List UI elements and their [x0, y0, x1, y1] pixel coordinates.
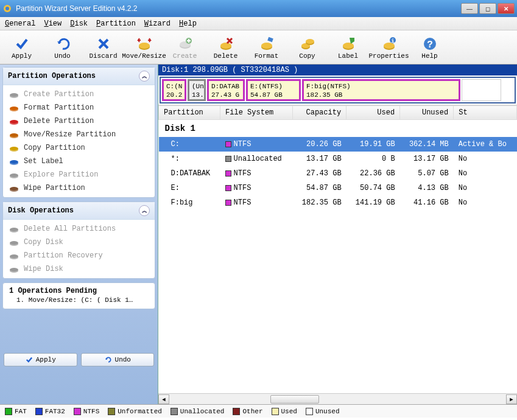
toolbar-moveresize-button[interactable]: Move/Resize	[127, 35, 161, 60]
disk-map[interactable]: C:(N20.2(Un13.D:DATAB27.43 GE:(NTFS)54.8…	[160, 77, 516, 103]
disk-label[interactable]: Disk 1	[159, 120, 517, 138]
svg-point-47	[10, 268, 18, 271]
disk-icon	[9, 90, 19, 99]
col-header[interactable]: Used	[346, 106, 400, 120]
toolbar-delete-button[interactable]: Delete	[209, 35, 242, 60]
toolbar-undo-button[interactable]: Undo	[46, 35, 79, 60]
toolbar-label-button[interactable]: Label	[331, 35, 365, 60]
col-header[interactable]: Unused	[400, 106, 454, 120]
cell-unused: 41.16 GB	[400, 195, 454, 210]
svg-point-45	[10, 254, 18, 258]
legend-swatch	[272, 408, 279, 415]
fs-color-icon	[225, 156, 231, 162]
pending-item[interactable]: 1. Move/Resize: (C: ( Disk 1…	[9, 295, 149, 305]
col-header[interactable]: Partition	[159, 106, 220, 120]
toolbar-help-button[interactable]: ?Help	[413, 35, 446, 60]
legend-item: NTFS	[74, 408, 99, 415]
svg-point-29	[10, 120, 18, 124]
menu-disk[interactable]: Disk	[70, 19, 88, 28]
op-move-resize-partition[interactable]: Move/Resize Partition	[3, 128, 155, 141]
legend-label: Other	[242, 408, 262, 415]
menu-help[interactable]: Help	[179, 19, 197, 28]
table-row[interactable]: *:Unallocated13.17 GB0 B13.17 GBNo	[159, 152, 517, 166]
toolbar-discard-button[interactable]: Discard	[86, 35, 120, 60]
svg-point-35	[10, 160, 18, 164]
table-row[interactable]: D:DATABAKNTFS27.43 GB22.36 GB5.07 GBNo	[159, 166, 517, 181]
scroll-track[interactable]	[169, 394, 506, 404]
legend-item: Unallocated	[171, 408, 225, 415]
col-header[interactable]: Capacity	[293, 106, 346, 120]
legend-label: Unused	[315, 408, 340, 415]
disk-icon	[9, 117, 19, 125]
cell-filesystem: NTFS	[220, 195, 293, 210]
svg-point-1	[5, 7, 9, 10]
op-copy-partition[interactable]: Copy Partition	[3, 141, 155, 155]
collapse-icon[interactable]: ︽	[139, 205, 150, 216]
svg-text:?: ?	[427, 40, 433, 51]
close-button[interactable]: ✕	[498, 3, 515, 14]
op-label: Wipe Partition	[24, 184, 85, 192]
cell-used: 50.74 GB	[346, 181, 400, 195]
diskmap-block[interactable]: (Un13.	[188, 79, 206, 101]
cell-capacity: 182.35 GB	[293, 195, 346, 210]
app-icon	[2, 4, 12, 13]
delete-icon	[217, 35, 234, 52]
fs-color-icon	[225, 170, 231, 177]
toolbar-copy-button[interactable]: Copy	[290, 35, 324, 60]
menu-view[interactable]: View	[44, 19, 62, 28]
diskmap-block[interactable]: D:DATAB27.43 G	[207, 79, 245, 101]
diskmap-block[interactable]	[462, 79, 501, 101]
menu-wizard[interactable]: Wizard	[144, 19, 171, 28]
label-icon	[340, 35, 357, 52]
minimize-button[interactable]: —	[461, 3, 478, 14]
op-label: Partition Recovery	[24, 251, 103, 260]
op-delete-partition[interactable]: Delete Partition	[3, 114, 155, 128]
table-row[interactable]: C:NTFS20.26 GB19.91 GB362.14 MBActive & …	[159, 137, 517, 152]
cell-used: 0 B	[346, 152, 400, 166]
format-icon	[258, 35, 275, 52]
disk-header-bar: Disk:1 298.09GB ( ST3320418AS )	[158, 65, 517, 75]
toolbar-label: Undo	[54, 52, 70, 60]
cell-unused: 362.14 MB	[400, 137, 454, 152]
panel-header[interactable]: Partition Operations ︽	[3, 68, 155, 85]
legend-bar: FATFAT32NTFSUnformattedUnallocatedOtherU…	[0, 404, 517, 418]
col-header[interactable]: St	[454, 106, 517, 120]
cell-partition: F:big	[159, 195, 220, 210]
menu-general[interactable]: General	[5, 19, 35, 28]
table-row[interactable]: E:NTFS54.87 GB50.74 GB4.13 GBNo	[159, 181, 517, 195]
diskmap-block[interactable]: E:(NTFS)54.87 GB	[246, 79, 301, 101]
diskmap-block[interactable]: F:big(NTFS)182.35 GB	[302, 79, 460, 101]
op-wipe-partition[interactable]: Wipe Partition	[3, 181, 155, 195]
op-format-partition[interactable]: Format Partition	[3, 101, 155, 114]
maximize-button[interactable]: ◻	[479, 3, 496, 14]
scroll-right-button[interactable]: ►	[506, 394, 517, 404]
cell-partition: E:	[159, 181, 220, 195]
cell-status: No	[454, 181, 517, 195]
panel-header[interactable]: Disk Operations ︽	[3, 202, 155, 220]
toolbar-format-button[interactable]: Format	[250, 35, 283, 60]
legend-label: NTFS	[83, 408, 99, 415]
toolbar-apply-button[interactable]: Apply	[5, 35, 38, 60]
panel-title: Partition Operations	[8, 72, 96, 80]
legend-swatch	[74, 408, 81, 415]
svg-rect-11	[267, 37, 273, 41]
op-set-label[interactable]: Set Label	[3, 155, 155, 168]
discard-icon	[95, 35, 112, 52]
svg-text:i: i	[391, 38, 395, 44]
svg-point-41	[10, 228, 18, 231]
col-header[interactable]: File System	[220, 106, 293, 120]
sidebar-undo-button[interactable]: Undo	[81, 353, 155, 366]
toolbar-properties-button[interactable]: iProperties	[372, 35, 406, 60]
diskmap-block[interactable]: C:(N20.2	[162, 79, 186, 101]
collapse-icon[interactable]: ︽	[139, 71, 150, 82]
horizontal-scrollbar[interactable]: ◄ ►	[158, 393, 517, 404]
scroll-thumb[interactable]	[270, 395, 319, 404]
menu-partition[interactable]: Partition	[96, 19, 136, 28]
sidebar-apply-button[interactable]: Apply	[4, 353, 77, 366]
table-row[interactable]: F:bigNTFS182.35 GB141.19 GB41.16 GBNo	[159, 195, 517, 210]
scroll-left-button[interactable]: ◄	[158, 394, 169, 404]
svg-point-15	[306, 39, 314, 44]
toolbar-label: Copy	[299, 52, 315, 60]
legend-item: Unformatted	[108, 408, 162, 415]
legend-item: Other	[233, 408, 262, 415]
